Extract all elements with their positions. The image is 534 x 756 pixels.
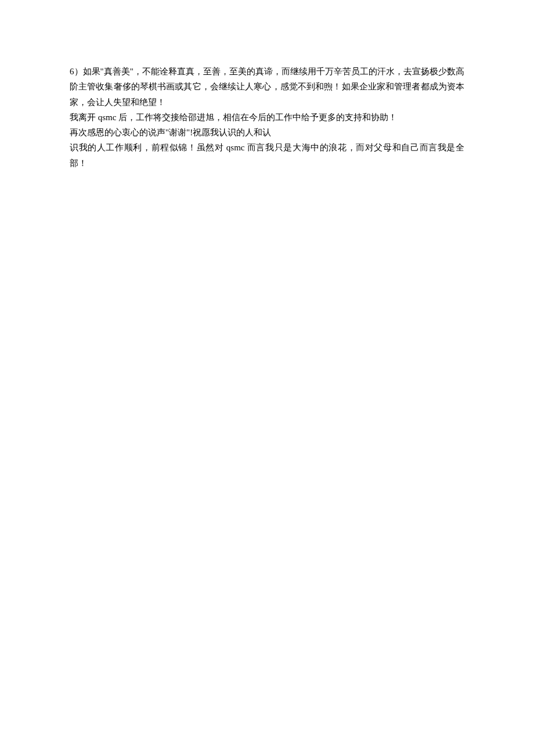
paragraph-item-6: 6）如果"真善美"，不能诠释直真，至善，至美的真谛，而继续用千万辛苦员工的汗水，…	[70, 64, 464, 110]
paragraph-handover: 我离开 qsmc 后，工作将交接给邵进旭，相信在今后的工作中给予更多的支持和协助…	[70, 110, 464, 125]
document-page: 6）如果"真善美"，不能诠释直真，至善，至美的真谛，而继续用千万辛苦员工的汗水，…	[0, 0, 534, 171]
paragraph-thanks: 再次感恩的心衷心的说声"谢谢"!祝愿我认识的人和认	[70, 125, 464, 140]
paragraph-closing: 识我的人工作顺利，前程似锦！虽然对 qsmc 而言我只是大海中的浪花，而对父母和…	[70, 140, 464, 171]
